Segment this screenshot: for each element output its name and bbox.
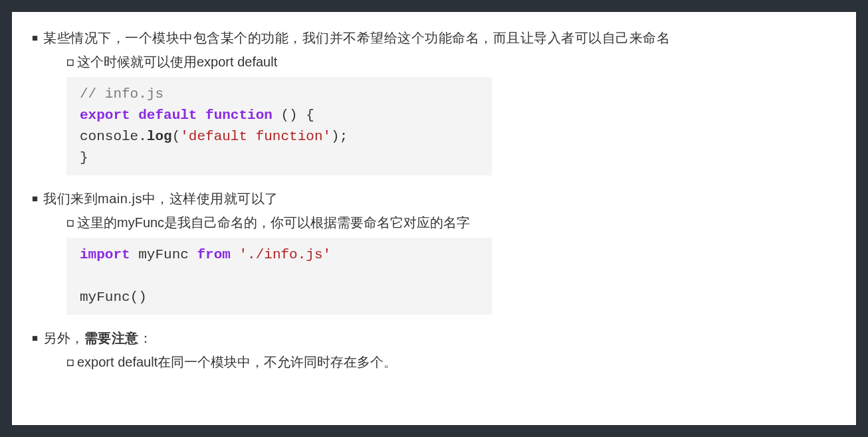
keyword-default: default xyxy=(138,108,197,123)
code-call-paren: () xyxy=(130,290,147,305)
code-call: myFunc xyxy=(80,290,130,305)
sub-bullet-3: ◻ export default在同一个模块中，不允许同时存在多个。 xyxy=(66,352,836,372)
code-string-path: './info.js' xyxy=(239,247,332,262)
hollow-square-bullet-icon: ◻ xyxy=(66,352,74,372)
item1-text: 某些情况下，一个模块中包含某个的功能，我们并不希望给这个功能命名，而且让导入者可… xyxy=(43,28,670,48)
document-container: ■ 某些情况下，一个模块中包含某个的功能，我们并不希望给这个功能命名，而且让导入… xyxy=(12,12,856,425)
item3-t1: 另外， xyxy=(43,331,84,345)
keyword-from: from xyxy=(197,247,230,262)
code-close-paren: ); xyxy=(331,129,348,144)
item3-t2: 需要注意 xyxy=(84,331,139,345)
hollow-square-bullet-icon: ◻ xyxy=(66,52,74,72)
hollow-square-bullet-icon: ◻ xyxy=(66,213,74,232)
bullet-item-2: ■ 我们来到main.js中，这样使用就可以了 xyxy=(32,189,836,209)
keyword-export: export xyxy=(80,108,130,123)
item2-sub-text: 这里的myFunc是我自己命名的，你可以根据需要命名它对应的名字 xyxy=(77,213,470,232)
bullet-item-3: ■ 另外，需要注意： xyxy=(32,328,836,348)
code-comment: // info.js xyxy=(80,86,163,102)
code-block-1: // info.js export default function () { … xyxy=(66,77,492,175)
code-block-2: import myFunc from './info.js' myFunc() xyxy=(66,238,492,315)
item3-sub-text: export default在同一个模块中，不允许同时存在多个。 xyxy=(77,352,397,372)
item1-sub-text: 这个时候就可以使用export default xyxy=(77,52,277,72)
code-open-paren: ( xyxy=(172,129,181,144)
item2-text: 我们来到main.js中，这样使用就可以了 xyxy=(43,189,278,209)
item3-t3: ： xyxy=(139,331,153,345)
keyword-function: function xyxy=(205,108,272,123)
square-bullet-icon: ■ xyxy=(32,189,38,209)
code-paren: () { xyxy=(281,108,314,123)
code-brace-close: } xyxy=(80,150,88,165)
bullet-item-1: ■ 某些情况下，一个模块中包含某个的功能，我们并不希望给这个功能命名，而且让导入… xyxy=(32,28,836,48)
sub-bullet-1: ◻ 这个时候就可以使用export default xyxy=(66,52,836,72)
square-bullet-icon: ■ xyxy=(32,28,38,48)
sub-bullet-2: ◻ 这里的myFunc是我自己命名的，你可以根据需要命名它对应的名字 xyxy=(66,213,836,232)
code-log: log xyxy=(147,129,172,144)
item3-text: 另外，需要注意： xyxy=(43,328,152,348)
square-bullet-icon: ■ xyxy=(32,328,38,348)
code-myfunc: myFunc xyxy=(138,247,189,262)
keyword-import: import xyxy=(80,247,130,262)
code-console: console. xyxy=(80,129,147,144)
code-string: 'default function' xyxy=(180,129,331,144)
